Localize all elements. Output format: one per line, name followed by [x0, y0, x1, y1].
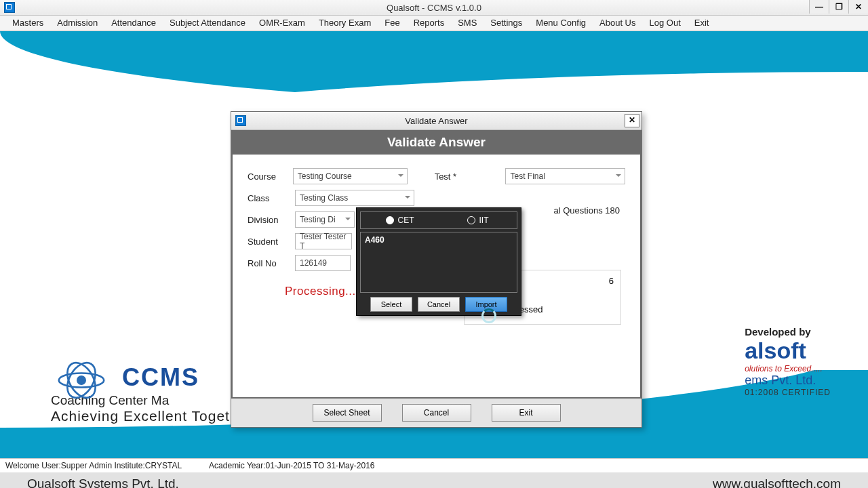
division-label: Division [248, 215, 295, 225]
loading-spinner-icon [481, 308, 496, 323]
svg-point-3 [77, 375, 86, 385]
popup-select-button[interactable]: Select [370, 297, 412, 312]
class-select[interactable]: Testing Class [295, 190, 414, 206]
developed-by-label: Developed by [745, 326, 831, 338]
dialog-header: Validate Answer [231, 130, 642, 155]
app-icon [4, 2, 15, 13]
menu-sms[interactable]: SMS [451, 16, 484, 30]
menu-exit[interactable]: Exit [688, 16, 716, 30]
window-title: Qualsoft - CCMS v.1.0.0 [0, 3, 868, 13]
status-user: Welcome User:Supper Admin Institute:CRYS… [5, 461, 182, 470]
footer-company: Qualsoft Systems Pvt. Ltd. [27, 476, 179, 488]
class-label: Class [248, 193, 295, 203]
qualsoft-tagline: olutions to Exceed..... [745, 364, 831, 373]
info-total-questions: al Questions 180 [553, 205, 620, 220]
menu-menu-config[interactable]: Menu Config [529, 16, 593, 30]
menu-omr-exam[interactable]: OMR-Exam [252, 16, 312, 30]
roll-label: Roll No [248, 258, 295, 268]
menu-reports[interactable]: Reports [407, 16, 452, 30]
popup-cancel-button[interactable]: Cancel [418, 297, 460, 312]
menu-masters[interactable]: Masters [5, 16, 50, 30]
status-year: Academic Year:01-Jun-2015 TO 31-May-2016 [209, 461, 374, 470]
dialog-title: Validate Answer [231, 116, 642, 126]
maximize-button[interactable]: ❐ [829, 0, 848, 14]
dialog-titlebar: Validate Answer ✕ [231, 112, 642, 130]
import-popup: CET IIT A460 Select Cancel Import [356, 207, 521, 316]
course-value: Testing Course [298, 171, 352, 181]
qualsoft-systems: ems Pvt. Ltd. [745, 373, 831, 388]
dialog-close-button[interactable]: ✕ [625, 114, 639, 127]
total-questions-text: al Questions 180 [553, 205, 620, 216]
student-input[interactable]: Tester Tester T [295, 233, 352, 249]
radio-iit[interactable]: IIT [439, 212, 517, 228]
menubar: Masters Admission Attendance Subject Att… [0, 16, 868, 31]
qualsoft-cert: 01:2008 CERTIFIED [745, 388, 831, 397]
cancel-button[interactable]: Cancel [402, 404, 471, 422]
footer-url: www.qualsofttech.com [713, 476, 841, 488]
logo-ccms: CCMS Coaching Center Ma Achieving Excell… [51, 363, 252, 424]
dialog-button-bar: Select Sheet Cancel Exit [231, 399, 642, 427]
window-titlebar: Qualsoft - CCMS v.1.0.0 — ❐ ✕ [0, 0, 868, 16]
course-label: Course [248, 171, 293, 182]
logo-qualsoft: Developed by alsoft olutions to Exceed..… [745, 326, 831, 397]
radio-iit-label: IIT [479, 216, 489, 225]
qualsoft-brand: alsoft [745, 338, 831, 364]
popup-radio-group: CET IIT [360, 211, 517, 229]
menu-theory-exam[interactable]: Theory Exam [312, 16, 378, 30]
menu-attendance[interactable]: Attendance [104, 16, 163, 30]
minimize-button[interactable]: — [809, 0, 829, 14]
workspace: CCMS Coaching Center Ma Achieving Excell… [0, 31, 868, 458]
exit-button[interactable]: Exit [492, 404, 561, 422]
in-class-value: 6 [609, 276, 614, 286]
menu-about-us[interactable]: About Us [593, 16, 642, 30]
ccms-logo-icon [51, 357, 112, 404]
statusbar: Welcome User:Supper Admin Institute:CRYS… [0, 458, 868, 472]
division-select[interactable]: Testing Di [295, 211, 355, 228]
division-value: Testing Di [300, 215, 336, 224]
ccms-tagline-2: Achieving Excellent Together [51, 408, 252, 424]
radio-dot-on-icon [386, 216, 394, 224]
close-button[interactable]: ✕ [848, 0, 868, 14]
list-item[interactable]: A460 [365, 235, 513, 245]
footer: Qualsoft Systems Pvt. Ltd. www.qualsoftt… [0, 472, 868, 488]
menu-admission[interactable]: Admission [50, 16, 104, 30]
menu-subject-attendance[interactable]: Subject Attendance [163, 16, 252, 30]
class-value: Testing Class [300, 193, 348, 203]
test-select[interactable]: Test Final [505, 168, 625, 184]
test-label: Test * [408, 171, 506, 182]
student-value: Tester Tester T [300, 232, 347, 251]
menu-settings[interactable]: Settings [484, 16, 529, 30]
radio-dot-off-icon [467, 216, 475, 224]
radio-cet-label: CET [398, 216, 414, 225]
test-value: Test Final [510, 171, 545, 181]
roll-input[interactable]: 126149 [295, 255, 351, 271]
radio-cet[interactable]: CET [361, 212, 439, 228]
menu-log-out[interactable]: Log Out [643, 16, 688, 30]
window-controls: — ❐ ✕ [809, 0, 868, 14]
popup-list[interactable]: A460 [360, 232, 517, 293]
roll-value: 126149 [300, 258, 327, 268]
menu-fee[interactable]: Fee [378, 16, 406, 30]
course-select[interactable]: Testing Course [293, 168, 408, 184]
select-sheet-button[interactable]: Select Sheet [313, 404, 382, 422]
bg-curve-top [0, 31, 868, 113]
student-label: Student [248, 237, 295, 247]
